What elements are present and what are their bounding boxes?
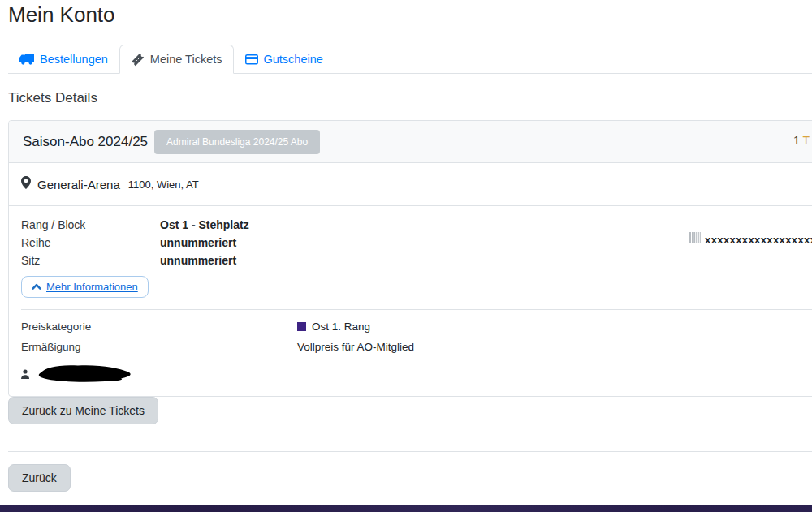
ticket-count-cut-label: T — [802, 134, 810, 147]
tab-gutscheine[interactable]: Gutscheine — [234, 45, 335, 74]
tab-label: Bestellungen — [40, 53, 108, 66]
page-divider — [8, 451, 812, 452]
barcode-masked-number: xxxxxxxxxxxxxxxxxx8 — [705, 234, 812, 246]
truck-icon — [19, 54, 34, 65]
seat-row-label: Rang / Block — [21, 216, 160, 234]
seat-section: Rang / Block Ost 1 - Stehplatz Reihe unn… — [9, 206, 812, 309]
holder-name-redaction — [33, 364, 137, 386]
chevron-up-icon — [32, 281, 41, 293]
section-title: Tickets Details — [8, 90, 97, 106]
tab-label: Meine Tickets — [150, 53, 222, 66]
map-pin-icon — [21, 176, 31, 192]
ticket-icon — [131, 53, 145, 67]
person-icon — [21, 368, 29, 382]
tab-meine-tickets[interactable]: Meine Tickets — [119, 45, 234, 74]
seat-row-value: unnummeriert — [160, 234, 236, 252]
back-button[interactable]: Zurück — [8, 464, 71, 492]
ticket-title: Saison-Abo 2024/25 — [23, 134, 148, 150]
seat-row: Sitz unnummeriert — [21, 252, 812, 269]
detail-row: Preiskategorie Ost 1. Rang — [21, 321, 812, 333]
more-information-button[interactable]: Mehr Informationen — [21, 276, 149, 298]
barcode-block: xxxxxxxxxxxxxxxxxx8 — [689, 232, 812, 247]
browser-viewport: Mein Konto Bestellungen — [0, 0, 812, 512]
tab-label: Gutscheine — [264, 53, 323, 66]
page-title: Mein Konto — [8, 2, 115, 28]
price-details-section: Preiskategorie Ost 1. Rang Ermäßigung Vo… — [9, 310, 812, 396]
seat-row-label: Reihe — [21, 234, 160, 252]
barcode-icon — [689, 232, 701, 247]
price-category-value: Ost 1. Rang — [312, 321, 370, 333]
detail-label: Preiskategorie — [21, 321, 297, 333]
venue-name: Generali-Arena — [37, 178, 120, 191]
detail-row: Ermäßigung Vollpreis für AO-Mitglied — [21, 341, 812, 353]
seat-row-label: Sitz — [21, 252, 160, 269]
tab-bestellungen[interactable]: Bestellungen — [8, 45, 119, 74]
account-tabs: Bestellungen Meine Tickets — [8, 45, 812, 74]
abo-badge: Admiral Bundesliga 2024/25 Abo — [154, 130, 320, 154]
seat-row-value: unnummeriert — [160, 252, 236, 269]
credit-card-icon — [245, 54, 258, 65]
ticket-holder-row — [21, 361, 812, 396]
footer-band — [0, 505, 812, 512]
more-information-label: Mehr Informationen — [46, 281, 138, 293]
price-category-swatch — [297, 322, 306, 331]
detail-label: Ermäßigung — [21, 341, 297, 353]
seat-row-value: Ost 1 - Stehplatz — [160, 216, 249, 234]
ticket-card-header: Saison-Abo 2024/25 Admiral Bundesliga 20… — [9, 121, 812, 163]
ticket-count: 1 T — [793, 134, 810, 147]
detail-value: Ost 1. Rang — [297, 321, 370, 333]
ticket-card: Saison-Abo 2024/25 Admiral Bundesliga 20… — [8, 120, 812, 397]
venue-address: 1100, Wien, AT — [128, 179, 199, 191]
seat-row: Rang / Block Ost 1 - Stehplatz — [21, 216, 812, 234]
venue-row: Generali-Arena 1100, Wien, AT — [9, 163, 812, 206]
discount-value: Vollpreis für AO-Mitglied — [297, 341, 414, 353]
back-to-my-tickets-button[interactable]: Zurück zu Meine Tickets — [8, 397, 158, 424]
account-page: Mein Konto Bestellungen — [0, 0, 812, 512]
